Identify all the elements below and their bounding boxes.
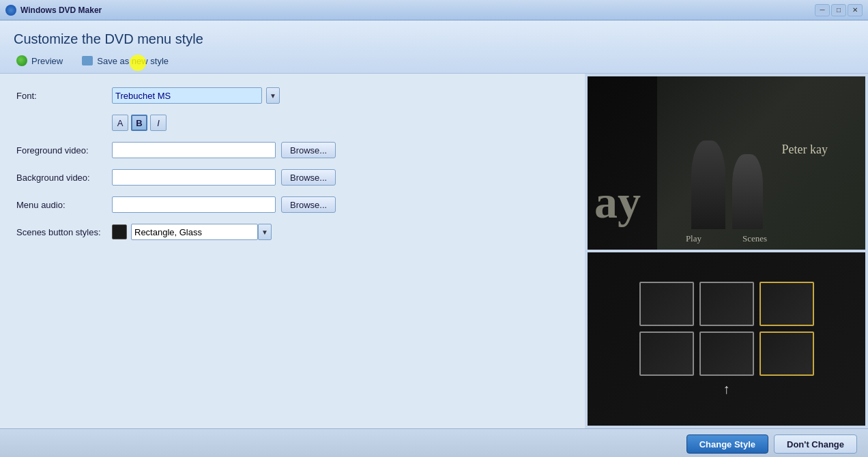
maximize-button[interactable]: □ bbox=[831, 4, 846, 16]
background-label: Background video: bbox=[16, 173, 112, 183]
title-bar-controls: ─ □ ✕ bbox=[815, 4, 863, 16]
preview-bottom-bg: ↑ bbox=[588, 252, 865, 426]
background-input[interactable] bbox=[112, 169, 276, 186]
silhouette-1 bbox=[691, 141, 725, 229]
font-row: Font: Trebuchet MS ▼ bbox=[16, 87, 568, 104]
foreground-browse-button[interactable]: Browse... bbox=[281, 142, 336, 158]
silhouette-2 bbox=[732, 154, 763, 229]
color-swatch[interactable] bbox=[112, 224, 127, 239]
background-video-row: Background video: Browse... bbox=[16, 169, 568, 186]
preview-large-text: ay bbox=[594, 175, 641, 229]
audio-browse-button[interactable]: Browse... bbox=[281, 196, 336, 213]
scene-thumb-2 bbox=[699, 282, 754, 326]
title-bar: Windows DVD Maker ─ □ ✕ bbox=[0, 0, 868, 20]
audio-label: Menu audio: bbox=[16, 200, 112, 210]
nav-up-arrow: ↑ bbox=[723, 381, 730, 397]
preview-top-bg: ay Peter kay Play Scenes bbox=[588, 76, 865, 250]
scene-thumb-4 bbox=[639, 331, 694, 376]
preview-nav: Play Scenes bbox=[588, 233, 865, 244]
close-button[interactable]: ✕ bbox=[848, 4, 863, 16]
page-title: Customize the DVD menu style bbox=[14, 31, 854, 47]
right-panel: ay Peter kay Play Scenes bbox=[585, 74, 868, 428]
left-panel: Font: Trebuchet MS ▼ A B I Foregrou bbox=[0, 74, 585, 428]
scene-thumb-5 bbox=[699, 331, 754, 376]
font-label: Font: bbox=[16, 91, 112, 101]
preview-bottom: ↑ bbox=[588, 252, 865, 426]
main-content: Font: Trebuchet MS ▼ A B I Foregrou bbox=[0, 74, 868, 428]
minimize-button[interactable]: ─ bbox=[815, 4, 830, 16]
scene-thumb-1 bbox=[639, 282, 694, 326]
scene-thumb-3 bbox=[760, 282, 814, 326]
font-style-buttons: A B I bbox=[112, 115, 568, 131]
background-browse-button[interactable]: Browse... bbox=[281, 169, 336, 186]
scenes-grid bbox=[639, 282, 814, 376]
font-normal-button[interactable]: A bbox=[112, 115, 128, 131]
change-style-button[interactable]: Change Style bbox=[686, 434, 768, 454]
preview-button[interactable]: Preview bbox=[14, 54, 66, 68]
scenes-nav-item: Scenes bbox=[742, 233, 767, 244]
scenes-style-row: Scenes button styles: Rectangle, Glass ▼ bbox=[16, 224, 568, 240]
font-select-container: Trebuchet MS ▼ bbox=[112, 87, 280, 104]
save-style-button[interactable]: Save as new style bbox=[79, 55, 171, 68]
foreground-video-row: Foreground video: Browse... bbox=[16, 142, 568, 158]
scenes-style-select[interactable]: Rectangle, Glass bbox=[131, 224, 258, 240]
foreground-label: Foreground video: bbox=[16, 145, 112, 156]
footer: Change Style Don't Change bbox=[0, 428, 868, 457]
font-select[interactable]: Trebuchet MS bbox=[112, 87, 262, 104]
preview-label: Preview bbox=[31, 56, 63, 66]
dont-change-button[interactable]: Don't Change bbox=[774, 434, 857, 454]
scene-background bbox=[657, 76, 865, 250]
scenes-label: Scenes button styles: bbox=[16, 227, 112, 237]
foreground-input[interactable] bbox=[112, 142, 276, 158]
save-label: Save as new style bbox=[97, 56, 169, 66]
menu-audio-row: Menu audio: Browse... bbox=[16, 196, 568, 213]
header: Customize the DVD menu style Preview Sav… bbox=[0, 20, 868, 74]
font-dropdown-arrow[interactable]: ▼ bbox=[266, 87, 280, 104]
font-bold-button[interactable]: B bbox=[131, 115, 147, 131]
scenes-dropdown-arrow[interactable]: ▼ bbox=[258, 224, 272, 240]
play-nav-item: Play bbox=[686, 233, 701, 244]
scene-thumb-6 bbox=[760, 331, 814, 376]
app-icon bbox=[5, 5, 16, 16]
preview-top: ay Peter kay Play Scenes bbox=[588, 76, 865, 250]
title-bar-text: Windows DVD Maker bbox=[20, 5, 102, 15]
save-icon bbox=[82, 56, 93, 65]
preview-movie-title: Peter kay bbox=[782, 143, 828, 157]
toolbar: Preview Save as new style bbox=[14, 54, 854, 68]
preview-icon bbox=[16, 55, 27, 66]
audio-input[interactable] bbox=[112, 196, 276, 213]
scene-select-container: Rectangle, Glass ▼ bbox=[112, 224, 272, 240]
font-italic-button[interactable]: I bbox=[150, 115, 167, 131]
